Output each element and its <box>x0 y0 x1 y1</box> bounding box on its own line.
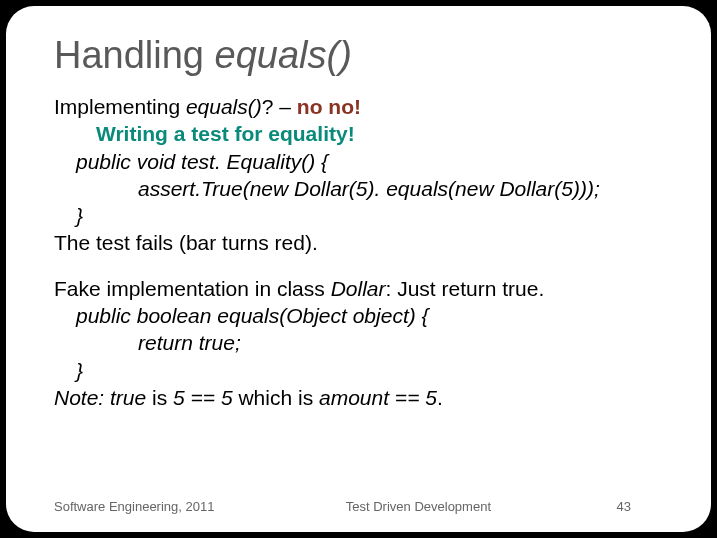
l11c: 5 == 5 <box>173 386 238 409</box>
l1d: no no! <box>297 95 361 118</box>
slide-body: Implementing equals()? – no no! Writing … <box>54 93 671 411</box>
l11e: amount == 5 <box>319 386 437 409</box>
l11a: Note: true <box>54 386 152 409</box>
slide: Handling equals() Implementing equals()?… <box>6 6 711 532</box>
line-6: The test fails (bar turns red). <box>54 229 671 256</box>
line-2: Writing a test for equality! <box>54 120 671 147</box>
line-8: public boolean equals(Object object) { <box>54 302 671 329</box>
l1a: Implementing <box>54 95 186 118</box>
line-7: Fake implementation in class Dollar: Jus… <box>54 275 671 302</box>
l11b: is <box>152 386 173 409</box>
paragraph-gap <box>54 257 671 275</box>
page-number: 43 <box>617 499 631 514</box>
line-5: } <box>54 202 671 229</box>
title-italic: equals() <box>215 34 352 76</box>
l1b: equals() <box>186 95 262 118</box>
line-11: Note: true is 5 == 5 which is amount == … <box>54 384 671 411</box>
line-9: return true; <box>54 329 671 356</box>
footer-center: Test Driven Development <box>346 499 491 514</box>
line-10: } <box>54 357 671 384</box>
l7b: Dollar <box>331 277 386 300</box>
line-4: assert.True(new Dollar(5). equals(new Do… <box>54 175 671 202</box>
l1c: ? – <box>262 95 297 118</box>
footer: Software Engineering, 2011 Test Driven D… <box>54 499 671 514</box>
footer-left: Software Engineering, 2011 <box>54 499 214 514</box>
line-1: Implementing equals()? – no no! <box>54 93 671 120</box>
title-plain: Handling <box>54 34 215 76</box>
slide-title: Handling equals() <box>54 34 671 77</box>
l7c: : Just return true. <box>385 277 544 300</box>
l11f: . <box>437 386 443 409</box>
l7a: Fake implementation in class <box>54 277 331 300</box>
l11d: which is <box>238 386 319 409</box>
line-3: public void test. Equality() { <box>54 148 671 175</box>
